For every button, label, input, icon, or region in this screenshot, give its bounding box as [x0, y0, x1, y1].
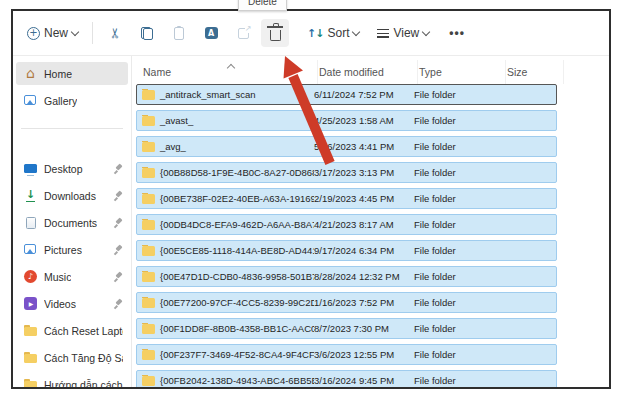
date-modified: 8/7/2023 7:30 PM [314, 323, 414, 334]
delete-button[interactable] [261, 19, 289, 47]
name-cell: {00BE738F-02E2-40EB-A63A-191690E61... [142, 193, 314, 204]
folder-icon [142, 246, 155, 256]
view-button-label: View [393, 26, 419, 40]
new-button-label: New [44, 26, 68, 40]
sidebar-item-music[interactable]: Music [16, 265, 128, 288]
file-name: {00B88D58-1F9E-4B0C-8A27-0D86849F4... [160, 167, 314, 178]
sidebar-item-videos[interactable]: Videos [16, 292, 128, 315]
table-row[interactable]: {00F1DD8F-8B0B-4358-BB1C-AAC0B3BA... 8/7… [136, 318, 557, 339]
date-modified: 2/19/2023 4:45 PM [314, 193, 414, 204]
pictures-icon [23, 242, 38, 257]
plus-circle-icon [27, 27, 40, 40]
sidebar-item-downloads[interactable]: Downloads [16, 184, 128, 207]
file-name: _antitrack_smart_scan [160, 89, 256, 100]
table-row[interactable]: {00B88D58-1F9E-4B0C-8A27-0D86849F4... 3/… [136, 162, 557, 183]
file-type: File folder [414, 89, 502, 100]
sidebar-item-cach-reset-laptop[interactable]: Cách Reset Laptop [16, 319, 128, 342]
copy-button[interactable] [133, 19, 161, 47]
name-cell: {00B88D58-1F9E-4B0C-8A27-0D86849F4... [142, 167, 314, 178]
sidebar-item-label: Hướng dẫn cách đ [44, 379, 123, 388]
date-modified: 4/25/2023 1:58 AM [314, 115, 414, 126]
table-row[interactable]: {00DB4DC8-EFA9-462D-A6AA-B8A7114F... 4/2… [136, 214, 557, 235]
file-name: {00E47D1D-CDB0-4836-9958-501B7FE43... [160, 271, 314, 282]
sidebar-divider [21, 128, 123, 129]
table-row[interactable]: {00FB2042-138D-4943-ABC4-6BB5E9B8F... 3/… [136, 370, 557, 389]
ellipsis-icon: ••• [449, 26, 465, 40]
chevron-down-icon [71, 27, 79, 35]
folder-icon [142, 350, 155, 360]
file-type: File folder [414, 271, 502, 282]
chevron-down-icon [352, 27, 360, 35]
sidebar-item-pictures[interactable]: Pictures [16, 238, 128, 261]
file-name: {00E5CE85-1118-414A-BE8D-AD441DBF... [160, 245, 314, 256]
pin-icon [113, 164, 123, 174]
rename-button[interactable] [197, 19, 225, 47]
sidebar-item-home[interactable]: Home [16, 62, 128, 85]
view-button[interactable]: View [373, 23, 433, 43]
pin-icon [113, 299, 123, 309]
table-row[interactable]: {00E5CE85-1118-414A-BE8D-AD441DBF... 9/1… [136, 240, 557, 261]
delete-tooltip: Delete [238, 0, 287, 11]
file-list: _antitrack_smart_scan 6/11/2024 7:52 PM … [134, 84, 557, 389]
sidebar-item-desktop[interactable]: Desktop [16, 157, 128, 180]
cut-button[interactable] [101, 19, 129, 47]
column-header-name[interactable]: Name [142, 60, 318, 84]
file-name: {00DB4DC8-EFA9-462D-A6AA-B8A7114F... [160, 219, 314, 230]
file-name: _avast_ [160, 115, 193, 126]
table-row[interactable]: {00E47D1D-CDB0-4836-9958-501B7FE43... 8/… [136, 266, 557, 287]
file-name: {00BE738F-02E2-40EB-A63A-191690E61... [160, 193, 314, 204]
name-cell: _antitrack_smart_scan [142, 89, 314, 100]
sidebar-item-huong-dan-cach[interactable]: Hướng dẫn cách đ [16, 373, 128, 387]
date-modified: 8/28/2024 12:32 PM [314, 271, 414, 282]
sidebar-item-label: Videos [44, 298, 76, 310]
folder-icon [142, 376, 155, 386]
table-row[interactable]: _antitrack_smart_scan 6/11/2024 7:52 PM … [136, 84, 557, 105]
sidebar-item-label: Cách Tăng Độ Sáng [44, 352, 123, 364]
screenshot-page: New Sort [0, 0, 623, 400]
file-type: File folder [414, 219, 502, 230]
sort-button-label: Sort [327, 26, 349, 40]
file-name: {00E77200-97CF-4CC5-8239-99C2D7942... [160, 297, 314, 308]
sidebar-item-label: Music [44, 271, 71, 283]
table-row[interactable]: {00E77200-97CF-4CC5-8239-99C2D7942... 1/… [136, 292, 557, 313]
sidebar-item-documents[interactable]: Documents [16, 211, 128, 234]
folder-icon [142, 116, 155, 126]
date-modified: 5/26/2023 4:41 PM [314, 141, 414, 152]
file-name: {00FB2042-138D-4943-ABC4-6BB5E9B8F... [160, 375, 314, 386]
share-button [229, 19, 257, 47]
pin-icon [113, 191, 123, 201]
name-cell: {00E47D1D-CDB0-4836-9958-501B7FE43... [142, 271, 314, 282]
sidebar-item-label: Home [44, 68, 72, 80]
chevron-down-icon [422, 27, 430, 35]
column-header-label: Size [507, 66, 527, 78]
new-button[interactable]: New [21, 23, 84, 43]
sidebar-item-gallery[interactable]: Gallery [16, 89, 128, 112]
pin-icon [113, 218, 123, 228]
folder-icon [142, 220, 155, 230]
name-cell: {00E77200-97CF-4CC5-8239-99C2D7942... [142, 297, 314, 308]
folder-icon [142, 298, 155, 308]
column-header-type[interactable]: Type [418, 60, 506, 84]
folder-icon [142, 142, 155, 152]
clipboard-icon [174, 27, 184, 40]
name-cell: _avg_ [142, 141, 314, 152]
column-header-size[interactable]: Size [506, 60, 564, 84]
name-cell: {00F1DD8F-8B0B-4358-BB1C-AAC0B3BA... [142, 323, 314, 334]
file-type: File folder [414, 193, 502, 204]
sidebar-item-label: Documents [44, 217, 97, 229]
toolbar: New Sort [13, 11, 609, 56]
table-row[interactable]: {00BE738F-02E2-40EB-A63A-191690E61... 2/… [136, 188, 557, 209]
paste-button [165, 19, 193, 47]
trash-icon [270, 30, 281, 41]
sort-button[interactable]: Sort [303, 23, 363, 43]
folder-icon [142, 324, 155, 334]
table-row[interactable]: _avg_ 5/26/2023 4:41 PM File folder [136, 136, 557, 157]
sidebar-item-cach-tang-do-sang[interactable]: Cách Tăng Độ Sáng [16, 346, 128, 369]
file-type: File folder [414, 375, 502, 386]
name-cell: {00FB2042-138D-4943-ABC4-6BB5E9B8F... [142, 375, 314, 386]
table-row[interactable]: {00F237F7-3469-4F52-8CA4-9F4CFF0CB3... 3… [136, 344, 557, 365]
table-row[interactable]: _avast_ 4/25/2023 1:58 AM File folder [136, 110, 557, 131]
column-header-date-modified[interactable]: Date modified [318, 60, 418, 84]
file-type: File folder [414, 141, 502, 152]
see-more-button[interactable]: ••• [445, 23, 469, 43]
